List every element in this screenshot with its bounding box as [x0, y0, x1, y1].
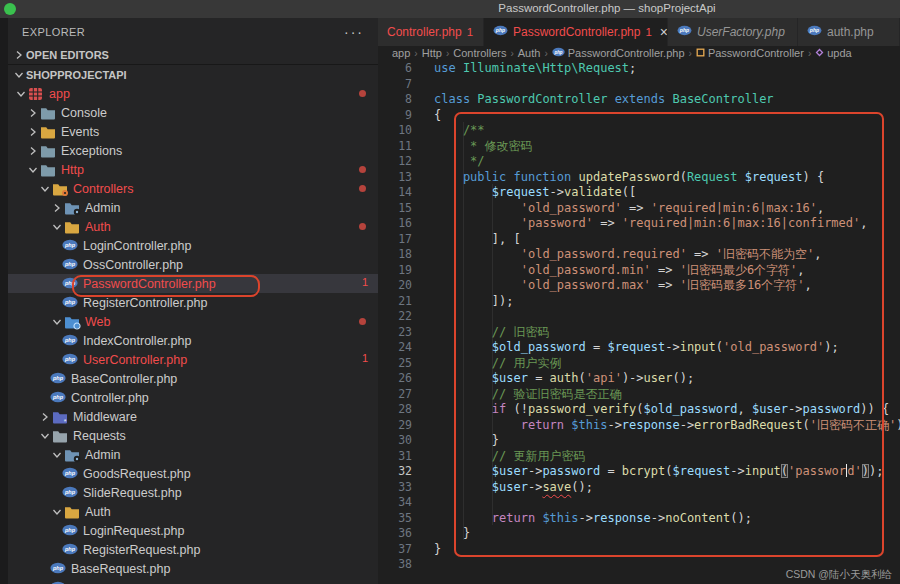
tree-item-label: BaseRequest.php	[71, 562, 170, 576]
tree-folder-http[interactable]: Http	[8, 160, 378, 179]
code-line-14[interactable]: 14 $request->validate([	[378, 185, 900, 201]
code-line-21[interactable]: 21 ]);	[378, 294, 900, 310]
tree-file-usercontroller-php[interactable]: phpUserController.php1	[8, 350, 378, 369]
code-line-25[interactable]: 25 // 用户实例	[378, 356, 900, 372]
breadcrumb-separator-icon: ›	[510, 48, 513, 59]
tree-folder-admin[interactable]: Admin	[8, 198, 378, 217]
code-text: return $this->response->errorBadRequest(…	[434, 418, 900, 434]
svg-text:php: php	[64, 546, 76, 552]
code-line-32[interactable]: 32 $user->password = bcrypt($request->in…	[378, 464, 900, 480]
open-editors-section[interactable]: OPEN EDITORS	[8, 46, 378, 65]
tree-item-label: Requests	[73, 429, 126, 443]
tab-userfactory-php[interactable]: phpUserFactory.php	[668, 18, 798, 46]
code-line-12[interactable]: 12 */	[378, 154, 900, 170]
code-line-34[interactable]: 34	[378, 495, 900, 511]
project-root-section[interactable]: SHOPPROJECTAPI	[8, 65, 378, 84]
code-line-18[interactable]: 18 'old_password.required' => '旧密码不能为空',	[378, 247, 900, 263]
code-text: ], [	[434, 232, 521, 248]
line-number: 7	[378, 77, 412, 93]
code-line-8[interactable]: 8class PasswordController extends BaseCo…	[378, 92, 900, 108]
code-editor[interactable]: 6use Illuminate\Http\Request;78class Pas…	[378, 60, 900, 584]
code-line-23[interactable]: 23 // 旧密码	[378, 325, 900, 341]
code-line-6[interactable]: 6use Illuminate\Http\Request;	[378, 61, 900, 77]
tree-file-registerrequest-php[interactable]: phpRegisterRequest.php	[8, 540, 378, 559]
folder-controllers	[52, 182, 68, 196]
code-line-10[interactable]: 10 /**	[378, 123, 900, 139]
code-line-28[interactable]: 28 if (!password_verify($old_password, $…	[378, 402, 900, 418]
code-text: return $this->response->noContent();	[434, 511, 752, 527]
php-icon: php	[62, 486, 78, 500]
close-icon[interactable]: ×	[660, 24, 668, 40]
tab-passwordcontroller-php[interactable]: phpPasswordController.php1×	[484, 18, 668, 46]
tree-file-loginrequest-php[interactable]: phpLoginRequest.php	[8, 521, 378, 540]
breadcrumb-item[interactable]: app	[392, 47, 410, 59]
code-line-26[interactable]: 26 $user = auth('api')->user();	[378, 371, 900, 387]
tree-folder-app[interactable]: app	[8, 84, 378, 103]
tree-file-controller-php[interactable]: phpController.php	[8, 388, 378, 407]
code-line-13[interactable]: 13 public function updatePassword(Reques…	[378, 170, 900, 186]
code-line-24[interactable]: 24 $old_password = $request->input('old_…	[378, 340, 900, 356]
code-line-17[interactable]: 17 ], [	[378, 232, 900, 248]
window-control-green-icon[interactable]	[4, 3, 16, 15]
line-number: 30	[378, 433, 412, 449]
tree-folder-middleware[interactable]: *Middleware	[8, 407, 378, 426]
explorer-title: EXPLORER	[22, 26, 85, 38]
breadcrumb-item[interactable]: upda	[815, 47, 851, 59]
error-count-badge: 1	[362, 352, 368, 364]
explorer-more-actions-icon[interactable]: ···	[344, 24, 364, 40]
code-line-36[interactable]: 36 }	[378, 526, 900, 542]
code-line-11[interactable]: 11 * 修改密码	[378, 139, 900, 155]
tree-folder-requests[interactable]: Requests	[8, 426, 378, 445]
breadcrumb-item[interactable]: PasswordController	[696, 47, 804, 59]
tree-file-baserequest-php[interactable]: phpBaseRequest.php	[8, 559, 378, 578]
code-line-31[interactable]: 31 // 更新用户密码	[378, 449, 900, 465]
breadcrumb-item[interactable]: Controllers	[453, 47, 506, 59]
chevron-down-icon	[38, 429, 52, 443]
indent-guide	[492, 184, 493, 525]
tree-file-logincontroller-php[interactable]: phpLoginController.php	[8, 236, 378, 255]
line-number: 11	[378, 139, 412, 155]
code-text: ]);	[434, 294, 513, 310]
tree-file-partial[interactable]: php	[8, 578, 378, 584]
tab-auth-php[interactable]: phpauth.php	[798, 18, 900, 46]
code-line-29[interactable]: 29 return $this->response->errorBadReque…	[378, 418, 900, 434]
tree-file-registercontroller-php[interactable]: phpRegisterController.php	[8, 293, 378, 312]
code-line-15[interactable]: 15 'old_password' => 'required|min:6|max…	[378, 201, 900, 217]
line-number: 20	[378, 278, 412, 294]
php-icon: php	[62, 239, 78, 253]
tree-folder-auth[interactable]: Auth	[8, 502, 378, 521]
tree-folder-auth[interactable]: Auth	[8, 217, 378, 236]
code-line-7[interactable]: 7	[378, 77, 900, 93]
tree-file-indexcontroller-php[interactable]: phpIndexController.php	[8, 331, 378, 350]
code-line-30[interactable]: 30 }	[378, 433, 900, 449]
tree-folder-controllers[interactable]: Controllers	[8, 179, 378, 198]
breadcrumb-item[interactable]: Http	[422, 47, 442, 59]
breadcrumb-separator-icon: ›	[808, 48, 811, 59]
tree-folder-admin[interactable]: Admin	[8, 445, 378, 464]
tree-file-osscontroller-php[interactable]: phpOssController.php	[8, 255, 378, 274]
code-line-33[interactable]: 33 $user->save();	[378, 480, 900, 496]
svg-text:php: php	[52, 394, 64, 400]
code-line-27[interactable]: 27 // 验证旧密码是否正确	[378, 387, 900, 403]
tree-folder-web[interactable]: Web	[8, 312, 378, 331]
line-number: 15	[378, 201, 412, 217]
tree-file-goodsrequest-php[interactable]: phpGoodsRequest.php	[8, 464, 378, 483]
breadcrumb-item[interactable]: Auth	[518, 47, 541, 59]
tree-folder-events[interactable]: Events	[8, 122, 378, 141]
code-line-35[interactable]: 35 return $this->response->noContent();	[378, 511, 900, 527]
code-line-37[interactable]: 37}	[378, 542, 900, 558]
tree-file-basecontroller-php[interactable]: phpBaseController.php	[8, 369, 378, 388]
tree-file-passwordcontroller-php[interactable]: phpPasswordController.php1	[8, 274, 378, 293]
line-number: 36	[378, 526, 412, 542]
tree-folder-console[interactable]: Console	[8, 103, 378, 122]
code-line-16[interactable]: 16 'password' => 'required|min:6|max:16|…	[378, 216, 900, 232]
code-line-9[interactable]: 9{	[378, 108, 900, 124]
tab-controller-php[interactable]: Controller.php1	[378, 18, 484, 46]
code-line-20[interactable]: 20 'old_password.max' => '旧密码最多16个字符',	[378, 278, 900, 294]
php-icon: php	[807, 25, 822, 39]
tree-file-sliderequest-php[interactable]: phpSlideRequest.php	[8, 483, 378, 502]
code-line-19[interactable]: 19 'old_password.min' => '旧密码最少6个字符',	[378, 263, 900, 279]
breadcrumb-item[interactable]: phpPasswordController.php	[552, 47, 685, 59]
tree-folder-exceptions[interactable]: Exceptions	[8, 141, 378, 160]
code-line-22[interactable]: 22	[378, 309, 900, 325]
